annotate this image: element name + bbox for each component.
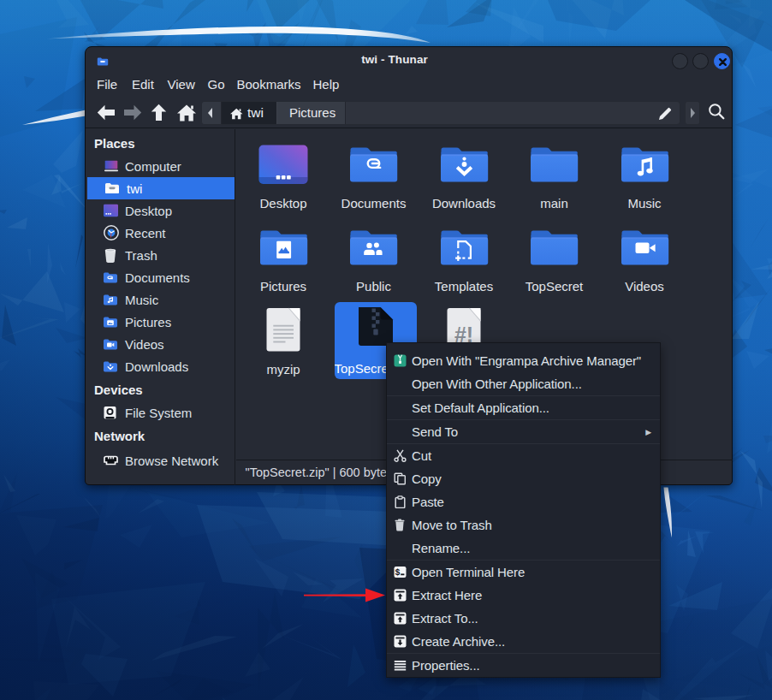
svg-text:$: $ bbox=[395, 568, 400, 578]
